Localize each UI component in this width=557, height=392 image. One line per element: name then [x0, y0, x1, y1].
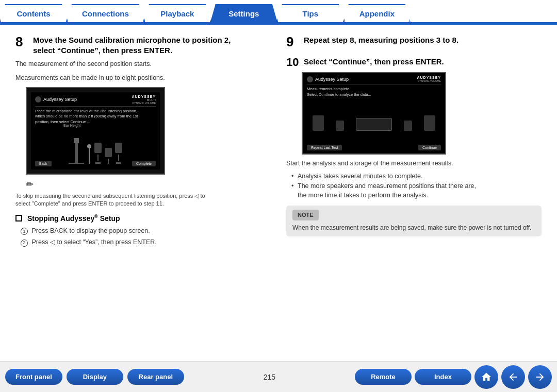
screen2-continue-btn: Continue — [418, 145, 441, 150]
analysis-text: Start the analysis and storage of the me… — [286, 159, 542, 168]
screen2-scene — [307, 103, 441, 131]
left-column: 8 Move the Sound calibration microphone … — [15, 35, 271, 352]
home-icon — [481, 371, 492, 383]
audyssey-screen-right: Audyssey Setup AUDYSSEY DYNAMIC VOLUME M… — [303, 73, 445, 154]
screen2-audyssey-logo: AUDYSSEY DYNAMIC VOLUME — [417, 76, 441, 82]
stop-list: 1 Press BACK to display the popup screen… — [15, 227, 271, 247]
checkbox-icon — [15, 215, 22, 221]
bullet-item-2: The more speakers and measurement positi… — [291, 181, 542, 201]
tab-appendix[interactable]: Appendix — [343, 4, 411, 22]
step10-number: 10 — [286, 57, 301, 68]
screen-buttons: Back Complete — [35, 161, 156, 166]
index-button[interactable]: Index — [415, 369, 471, 385]
stop-heading: Stopping Audyssey® Setup — [15, 214, 271, 223]
rear-panel-button[interactable]: Rear panel — [127, 369, 184, 385]
screen2-buttons: Repeat Last Test Continue — [307, 145, 441, 150]
step8-title: Move the Sound calibration microphone to… — [33, 35, 231, 55]
step9-heading: 9 Repeat step 8, measuring positions 3 t… — [286, 35, 542, 48]
back-arrow-icon — [507, 371, 519, 383]
bottom-right-buttons: Remote Index — [355, 365, 552, 389]
step8-desc2: Measurements can be made in up to eight … — [15, 73, 271, 83]
audyssey-logo: AUDYSSEY MULTI DYNAMIC VOLUME — [132, 95, 156, 105]
front-panel-button[interactable]: Front panel — [5, 369, 62, 385]
tab-settings[interactable]: Settings — [210, 4, 277, 22]
display-button[interactable]: Display — [67, 369, 123, 385]
tab-playback[interactable]: Playback — [144, 4, 211, 22]
skip-note-text: To skip measuring the second and subsequ… — [15, 192, 271, 208]
step8-screen: Audyssey Setup AUDYSSEY MULTI DYNAMIC VO… — [26, 87, 165, 175]
main-content: 8 Move the Sound calibration microphone … — [0, 25, 557, 357]
screen-complete-btn: Complete — [132, 161, 156, 166]
speaker-box-center-left — [336, 121, 344, 131]
screen2-header: Audyssey Setup AUDYSSEY DYNAMIC VOLUME — [307, 76, 441, 84]
screen-title-text: Audyssey Setup — [43, 97, 77, 102]
speaker-box-center-right — [404, 121, 412, 131]
center-display — [356, 118, 392, 131]
stop-section: Stopping Audyssey® Setup 1 Press BACK to… — [15, 214, 271, 247]
stop-title: Stopping Audyssey® Setup — [27, 214, 120, 223]
screen2-body-text: Measurements complete. Select Continue t… — [307, 87, 441, 97]
screen-body-text: Place the microphone ear level at the 2n… — [35, 109, 156, 125]
pencil-icon-area: ✏ — [26, 179, 271, 190]
step8-number: 8 — [15, 35, 30, 48]
note-label: NOTE — [292, 210, 319, 220]
bottom-navigation: Front panel Display Rear panel 215 Remot… — [0, 361, 557, 392]
audyssey-screen-left: Audyssey Setup AUDYSSEY MULTI DYNAMIC VO… — [31, 92, 160, 169]
step10-heading: 10 Select “Continue”, then press ENTER. — [286, 57, 542, 68]
stop-step2: 2 Press ◁ to select “Yes”, then press EN… — [21, 238, 271, 247]
screen-header: Audyssey Setup AUDYSSEY MULTI DYNAMIC VO… — [35, 95, 156, 107]
circle-1: 1 — [21, 228, 28, 235]
ear-height-label: Ear Height — [63, 124, 80, 127]
bullet-item-1: Analysis takes several minutes to comple… — [291, 172, 542, 181]
forward-button[interactable] — [528, 365, 552, 389]
home-button[interactable] — [474, 365, 498, 389]
screen2-repeat-btn: Repeat Last Test — [307, 145, 342, 150]
tab-connections[interactable]: Connections — [67, 4, 144, 22]
step10-screen: Audyssey Setup AUDYSSEY DYNAMIC VOLUME M… — [302, 72, 446, 155]
circle-2: 2 — [21, 240, 28, 247]
analysis-bullets: Analysis takes several minutes to comple… — [286, 172, 542, 200]
screen2-speaker-icon — [307, 76, 313, 82]
speaker-box-left — [313, 115, 324, 131]
screen-back-btn: Back — [35, 161, 52, 166]
note-box: NOTE When the measurement results are be… — [286, 206, 542, 236]
screen-scene: Ear Height — [35, 128, 156, 164]
tab-contents[interactable]: Contents — [0, 4, 67, 22]
tab-tips[interactable]: Tips — [277, 4, 344, 22]
step8-heading: 8 Move the Sound calibration microphone … — [15, 35, 271, 55]
right-column: 9 Repeat step 8, measuring positions 3 t… — [286, 35, 542, 352]
screen2-title-row: Audyssey Setup — [307, 76, 349, 82]
pencil-icon: ✏ — [26, 179, 34, 190]
step9-title: Repeat step 8, measuring positions 3 to … — [304, 35, 458, 45]
step9-number: 9 — [286, 35, 301, 48]
step10-title: Select “Continue”, then press ENTER. — [304, 57, 444, 67]
remote-button[interactable]: Remote — [355, 369, 412, 385]
screen2-title-text: Audyssey Setup — [315, 77, 349, 82]
step8-desc1: The measurement of the second position s… — [15, 59, 271, 69]
speaker-icon — [35, 96, 41, 103]
stop-step1: 1 Press BACK to display the popup screen… — [21, 227, 271, 236]
speaker-box-right — [424, 115, 435, 131]
top-navigation: Contents Connections Playback Settings T… — [0, 0, 557, 24]
back-button[interactable] — [501, 365, 525, 389]
forward-arrow-icon — [534, 371, 546, 383]
bottom-left-buttons: Front panel Display Rear panel — [5, 369, 184, 385]
note-text: When the measurement results are being s… — [292, 223, 535, 232]
page-number: 215 — [264, 373, 275, 381]
screen-title-row: Audyssey Setup — [35, 96, 77, 103]
